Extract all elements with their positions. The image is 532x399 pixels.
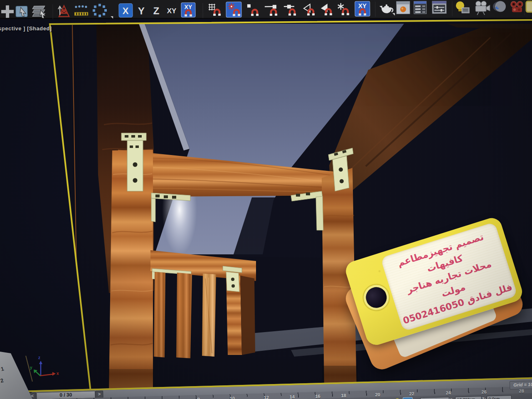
y-coordinate-field[interactable]: 12.262cm: [455, 396, 482, 399]
bezel-number: 1: [0, 365, 5, 372]
scene-scanlines: [50, 19, 532, 399]
ruler-number: 16: [315, 394, 320, 399]
ruler-number: 14: [290, 394, 295, 399]
z-coordinate-field[interactable]: 0.0cm: [487, 395, 512, 399]
constraint-z-button[interactable]: Z: [153, 5, 160, 16]
svg-text:XY: XY: [185, 3, 192, 10]
x-coordinate-field[interactable]: 372.588cm: [420, 397, 449, 399]
curve-editor-window-icon[interactable]: [432, 1, 446, 14]
constraint-y-button[interactable]: Y: [138, 5, 145, 16]
ruler-number: 18: [341, 393, 346, 398]
ruler-number: 12: [264, 395, 269, 399]
ruler-number: 22: [409, 391, 414, 396]
screenshot-root: z x y: [0, 0, 532, 399]
snap-xy-button[interactable]: XY: [181, 2, 195, 17]
grid-size-display: Grid = 10.: [510, 379, 532, 389]
ruler-number: 24: [446, 390, 451, 395]
gizmo-z-label: z: [38, 355, 40, 360]
viewport-label[interactable]: spective ] [Shaded]: [0, 25, 52, 32]
spinner-snap-xy-button[interactable]: XY: [355, 1, 370, 16]
bezel-number: 2: [0, 377, 4, 384]
gizmo-y-label: y: [30, 365, 32, 370]
gizmo-x-label: x: [57, 371, 59, 376]
svg-text:XY: XY: [358, 2, 367, 9]
ruler-number: 20: [375, 392, 380, 397]
snaps-toggle-button[interactable]: [226, 2, 241, 17]
ruler-number: 26: [481, 389, 487, 394]
main-toolbar: X Y Z XY XY: [0, 0, 532, 25]
ruler-number: 10: [230, 396, 235, 399]
constraint-x-button[interactable]: X: [119, 4, 133, 17]
constraint-xy-button[interactable]: XY: [167, 7, 177, 15]
render-setup-icon[interactable]: [397, 1, 410, 14]
select-object-icon[interactable]: [16, 6, 27, 17]
render-frame-button[interactable]: [526, 1, 532, 12]
svg-text:X: X: [123, 6, 129, 16]
y-coordinate-label: Y:: [449, 397, 453, 399]
next-frame-button[interactable]: >: [95, 391, 103, 398]
z-coordinate-label: Z:: [482, 397, 486, 399]
light-lister-window-icon[interactable]: [414, 1, 426, 14]
coordinate-display-toggle[interactable]: [403, 397, 413, 399]
ruler-number: 8: [197, 397, 200, 399]
